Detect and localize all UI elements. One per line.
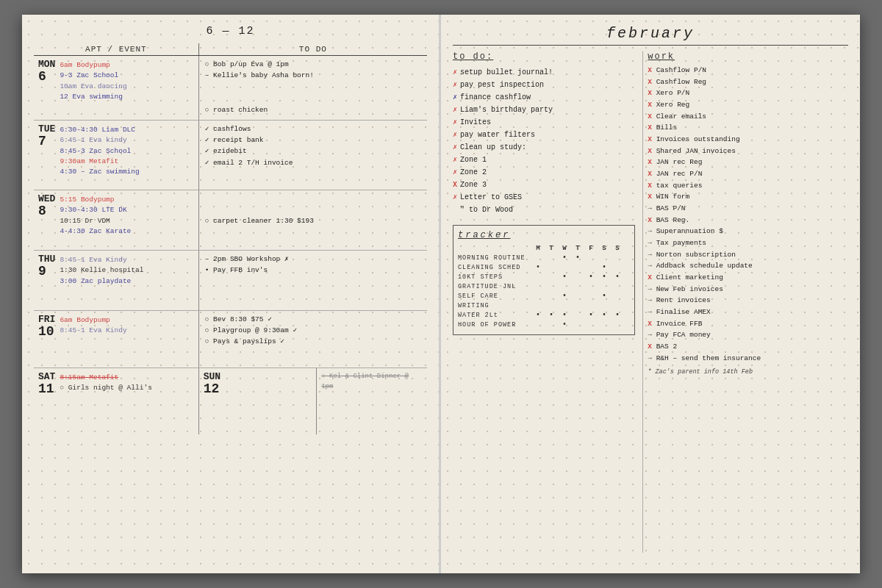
monday-num: 6 [38, 70, 55, 83]
tracker-row-writing: WRITING [458, 301, 630, 309]
list-item: X Invoice FFB [648, 318, 848, 330]
tracker-header-row: M T W T F S S [458, 245, 630, 252]
right-page: february to do: ✗setup bullet journal! ✗… [441, 15, 860, 573]
monday-apt-cell: MON 6 6am Bodypump 9-3 Zac School 10am E… [34, 56, 199, 120]
list-item: X Xero Reg [648, 99, 848, 111]
tracker-row-power: HOUR OF POWER • [458, 320, 630, 329]
monday-label: MON [38, 59, 55, 70]
tracker-section: tracker M T W T F S S MORNING ROUTINE [453, 225, 635, 335]
tracker-row-steps: 10KT STEPS • ••• [458, 273, 630, 281]
tuesday-todos: ✓ cashflows ✓ receipt bank ✓ ezidebit ✓ … [205, 123, 421, 168]
list-item: X Client marketing [648, 272, 848, 284]
list-item: X BAS Reg. [648, 215, 848, 226]
sunday-label: SUN [204, 371, 220, 382]
list-item: ✗Invites [453, 116, 635, 129]
thursday-num: 9 [38, 265, 55, 278]
list-item: X Shared JAN invoices [648, 146, 848, 157]
list-item: X BAS 2 [648, 341, 848, 353]
wednesday-todos: ○ carpet cleaner 1:30 $193 [205, 215, 421, 226]
thursday-label: THU [38, 254, 55, 265]
tuesday-label: TUE [38, 123, 55, 135]
monday-apts: 6am Bodypump 9-3 Zac School 10am Eva dan… [60, 60, 126, 102]
tuesday-apts: 6:30-4:30 Liam DLC 6:45-1 Eva kindy 8:45… [60, 125, 139, 177]
column-headers: APT / EVENT TO DO [34, 43, 427, 56]
friday-label: FRI [38, 314, 55, 325]
list-item: → Tax payments [648, 237, 848, 249]
tracker-grid: M T W T F S S MORNING ROUTINE •• [458, 245, 630, 329]
sunday-todos: ○ Kel & Clint Dinner @ 1pm [321, 371, 423, 392]
thursday-apt-cell: THU 9 8:45-1 Eva Kindy 1:30 Kellie hospi… [34, 251, 199, 310]
friday-apt-cell: FRI 10 6am Bodypump 8:45-1 Eva Kindy [34, 311, 199, 368]
list-item: ✗Letter to GSES [453, 191, 635, 204]
wednesday-apt-cell: WED 8 5:15 Bodypump 9:30-4:30 LTE DK 10:… [34, 190, 199, 250]
tracker-row-morning: MORNING ROUTINE •• [458, 254, 630, 262]
list-item: X Zone 3 [453, 179, 635, 191]
right-right-column: work X Cashflow P/N X Cashflow Reg X Xer… [642, 51, 848, 553]
right-page-header: february [453, 25, 848, 46]
tuesday-todo-cell: ✓ cashflows ✓ receipt bank ✓ ezidebit ✓ … [199, 121, 427, 190]
tuesday-row: TUE 7 6:30-4:30 Liam DLC 6:45-1 Eva kind… [34, 121, 427, 190]
friday-num: 10 [38, 325, 55, 338]
list-item: → Norton subscription [648, 249, 848, 261]
tracker-row-cleaning: CLEANING SCHED • • [458, 263, 630, 271]
sunday-num: 12 [204, 382, 220, 395]
monday-todo-cell: ○ Bob p/up Eva @ 1pm – Kellie's baby Ash… [199, 56, 427, 120]
list-item: X Cashflow Reg [648, 76, 848, 88]
sunday-todo-cell: ○ Kel & Clint Dinner @ 1pm [317, 368, 427, 434]
list-item: → Superannuation $ [648, 226, 848, 237]
list-item: X tax queries [648, 180, 848, 192]
list-item: ✗ Zone 1 [453, 154, 635, 166]
list-item: ✗Liam's birthday party [453, 104, 635, 116]
saturday-label: SAT [38, 371, 55, 382]
list-item: → R&H – send them insurance [648, 353, 848, 365]
right-left-column: to do: ✗setup bullet journal! ✗pay pest … [453, 51, 642, 553]
thursday-todo-cell: – 2pm SBO Workshop ✗ • Pay FFB inv's [199, 251, 427, 310]
wednesday-apts: 5:15 Bodypump 9:30-4:30 LTE DK 10:15 Dr … [60, 195, 131, 237]
list-item: X JAN rec Reg [648, 157, 848, 168]
list-item: X JAN rec P/N [648, 168, 848, 180]
list-item: X Invoices outstanding [648, 134, 848, 146]
tracker-row-selfcare: SELF CARE • • [458, 292, 630, 300]
list-item: → Rent invoices [648, 295, 848, 306]
journal-book: 6 — 12 APT / EVENT TO DO MON 6 6am Bodyp… [22, 15, 860, 573]
wednesday-label: WED [38, 193, 55, 204]
wednesday-todo-cell: ○ carpet cleaner 1:30 $193 [199, 190, 427, 250]
list-item: ✗pay pest inspection [453, 79, 635, 91]
monday-todos: ○ Bob p/up Eva @ 1pm – Kellie's baby Ash… [205, 59, 421, 115]
left-page: 6 — 12 APT / EVENT TO DO MON 6 6am Bodyp… [22, 15, 441, 573]
saturday-apts: 8:15am Metafit ○ Girls night @ Alli's [60, 373, 151, 394]
list-item: X Cashflow P/N [648, 65, 848, 76]
list-item: X Xero P/N [648, 87, 848, 99]
list-item: ✗ Zone 2 [453, 166, 635, 179]
list-item: X WIN form [648, 191, 848, 203]
tuesday-num: 7 [38, 135, 55, 148]
friday-todo-cell: ○ Bev 8:30 $75 ✓ ○ Playgroup @ 9:30am ✓ … [199, 311, 427, 368]
right-todo-list: ✗setup bullet journal! ✗pay pest inspect… [453, 66, 635, 216]
friday-apts: 6am Bodypump 8:45-1 Eva Kindy [60, 315, 126, 337]
list-item: → New Feb invoices [648, 284, 848, 295]
list-item: → Addback schedule update [648, 260, 848, 272]
saturday-num: 11 [38, 382, 55, 395]
wednesday-row: WED 8 5:15 Bodypump 9:30-4:30 LTE DK 10:… [34, 190, 427, 251]
list-item: → Pay FCA money [648, 329, 848, 341]
list-item: X Bills [648, 122, 848, 134]
list-item: ✗pay water filters [453, 129, 635, 141]
list-item: ✗setup bullet journal! [453, 66, 635, 79]
friday-row: FRI 10 6am Bodypump 8:45-1 Eva Kindy ○ B… [34, 311, 427, 368]
list-item: " to Dr Wood [453, 204, 635, 216]
work-section-title: work [648, 51, 848, 62]
footnote: * Zac's parent info 14th Feb [648, 368, 848, 376]
list-item: → BAS P/N [648, 203, 848, 215]
friday-todos: ○ Bev 8:30 $75 ✓ ○ Playgroup @ 9:30am ✓ … [205, 314, 421, 348]
left-page-header: 6 — 12 [34, 25, 427, 37]
sunday-cell: SUN 12 [199, 368, 318, 434]
right-content: to do: ✗setup bullet journal! ✗pay pest … [453, 51, 848, 553]
weekend-row: SAT 11 8:15am Metafit ○ Girls night @ Al… [34, 368, 427, 434]
tracker-row-gratitude: GRATITUDE JNL [458, 282, 630, 290]
list-item: X Clear emails [648, 111, 848, 123]
list-item: ✗Clean up study: [453, 141, 635, 154]
monday-row: MON 6 6am Bodypump 9-3 Zac School 10am E… [34, 56, 427, 121]
todo-section-title: to do: [453, 51, 635, 62]
tracker-row-water: WATER 2Lt ••• ••• [458, 311, 630, 319]
wednesday-num: 8 [38, 204, 55, 218]
